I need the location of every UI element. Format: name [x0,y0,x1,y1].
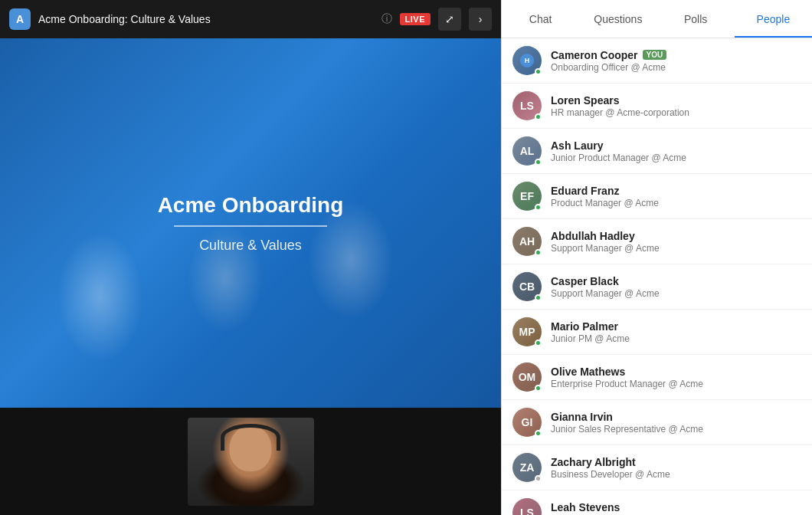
person-info: Zachary Albright Business Developer @ Ac… [551,456,801,480]
video-subtitle: Culture & Values [158,238,344,254]
tab-polls[interactable]: Polls [657,0,735,38]
tab-questions[interactable]: Questions [579,0,656,38]
avatar-wrap: CB [512,272,542,301]
thumbnail-area [0,408,501,515]
avatar-wrap: LS [512,91,542,120]
header-bar: A Acme Onboarding: Culture & Values ⓘ LI… [0,0,501,38]
host-icon: H [520,54,534,67]
avatar-wrap: H [512,46,542,75]
person-name: Ash Laury [551,139,603,152]
tabs-bar: Chat Questions Polls People [502,0,812,38]
online-status-dot [535,249,542,256]
next-button[interactable]: › [469,8,492,31]
avatar-wrap: GI [512,408,542,437]
person-name-row: Abdullah Hadley [551,230,801,242]
avatar-wrap: EF [512,182,542,211]
person-name-row: Eduard Franz [551,185,801,197]
video-title-block: Acme Onboarding Culture & Values [158,193,344,254]
video-divider [174,225,327,227]
person-name: Eduard Franz [551,185,619,197]
person-name-row: Ash Laury [551,139,801,152]
person-name-row: Loren Spears [551,94,801,107]
person-info: Ash Laury Junior Product Manager @ Acme [551,139,801,163]
live-badge: LIVE [400,13,431,25]
person-role: Product Manager @ Acme [551,198,801,208]
online-status-dot [535,159,542,166]
avatar-wrap: AH [512,227,542,256]
person-name: Abdullah Hadley [551,230,635,242]
person-info: Mario Palmer Junior PM @ Acme [551,320,801,344]
person-role: Junior Product Manager @ Acme [551,153,801,163]
online-status-dot [535,294,542,301]
person-role: HR manager @ Acme-corporation [551,107,801,118]
person-item-olive-mathews[interactable]: OM Olive Mathews Enterprise Product Mana… [502,355,812,400]
person-info: Loren Spears HR manager @ Acme-corporati… [551,94,801,118]
person-name-row: Mario Palmer [551,320,801,333]
person-item-mario-palmer[interactable]: MP Mario Palmer Junior PM @ Acme [502,310,812,355]
person-info: Eduard Franz Product Manager @ Acme [551,185,801,208]
session-title: Acme Onboarding: Culture & Values [38,13,374,25]
video-title: Acme Onboarding [158,193,344,218]
person-info: Cameron Cooper YOU Onboarding Officer @ … [551,49,801,73]
person-item-eduard-franz[interactable]: EF Eduard Franz Product Manager @ Acme [502,174,812,219]
person-info: Abdullah Hadley Support Manager @ Acme [551,230,801,254]
person-name: Cameron Cooper [551,49,638,61]
person-item-casper-black[interactable]: CB Casper Black Support Manager @ Acme [502,264,812,310]
presenter-face [188,418,314,506]
person-item-ash-laury[interactable]: AL Ash Laury Junior Product Manager @ Ac… [502,129,812,174]
person-item-abdullah-hadley[interactable]: AH Abdullah Hadley Support Manager @ Acm… [502,219,812,264]
person-role: Junior Sales Representative @ Acme [551,424,801,435]
person-info: Casper Black Support Manager @ Acme [551,275,801,299]
person-name: Zachary Albright [551,456,636,468]
person-name-row: Cameron Cooper YOU [551,49,801,61]
avatar-wrap: MP [512,317,542,346]
person-name-row: Olive Mathews [551,366,801,378]
person-item-gianna-irvin[interactable]: GI Gianna Irvin Junior Sales Representat… [502,400,812,445]
person-item-cameron-cooper[interactable]: H Cameron Cooper YOU Onboarding Officer … [502,38,812,84]
person-role: Enterprise Product Manager @ Acme [551,379,801,389]
person-name-row: Zachary Albright [551,456,801,468]
person-role: Support Manager @ Acme [551,243,801,254]
online-status-dot [535,204,542,211]
person-info: Gianna Irvin Junior Sales Representative… [551,411,801,435]
person-role: Business Developer @ Acme [551,469,801,480]
person-info: Leah Stevens Junior Support Representati… [551,501,801,516]
person-name: Casper Black [551,275,619,287]
avatar: LS [512,498,542,515]
person-name: Loren Spears [551,94,619,107]
person-name: Leah Stevens [551,501,620,513]
video-overlay: Acme Onboarding Culture & Values [0,38,501,408]
person-name: Olive Mathews [551,366,625,378]
person-name: Mario Palmer [551,320,618,333]
online-status-dot [535,340,542,346]
you-badge: YOU [643,50,667,60]
online-status-dot [535,430,542,437]
avatar-wrap: AL [512,136,542,166]
info-icon[interactable]: ⓘ [381,12,392,26]
people-list: H Cameron Cooper YOU Onboarding Officer … [502,38,812,515]
person-name-row: Gianna Irvin [551,411,801,423]
person-role: Junior PM @ Acme [551,333,801,344]
expand-button[interactable]: ⤢ [438,8,461,31]
sidebar: Chat Questions Polls People H [501,0,812,515]
online-status-dot [535,68,542,75]
avatar-wrap: LS [512,498,542,515]
person-role: Onboarding Officer @ Acme [551,62,801,73]
tab-people[interactable]: People [735,0,812,38]
person-item-loren-spears[interactable]: LS Loren Spears HR manager @ Acme-corpor… [502,84,812,129]
offline-status-dot [535,475,542,482]
person-item-leah-stevens[interactable]: LS Leah Stevens Junior Support Represent… [502,490,812,515]
person-name-row: Leah Stevens [551,501,801,513]
person-info: Olive Mathews Enterprise Product Manager… [551,366,801,389]
person-item-zachary-albright[interactable]: ZA Zachary Albright Business Developer @… [502,445,812,490]
person-role: Support Manager @ Acme [551,288,801,299]
person-name: Gianna Irvin [551,411,613,423]
tab-chat[interactable]: Chat [502,0,579,38]
person-name-row: Casper Black [551,275,801,287]
avatar-wrap: OM [512,362,542,392]
video-main: Acme Onboarding Culture & Values [0,38,501,408]
online-status-dot [535,113,542,120]
online-status-dot [535,385,542,392]
presenter-thumbnail [188,418,314,506]
avatar-wrap: ZA [512,453,542,482]
